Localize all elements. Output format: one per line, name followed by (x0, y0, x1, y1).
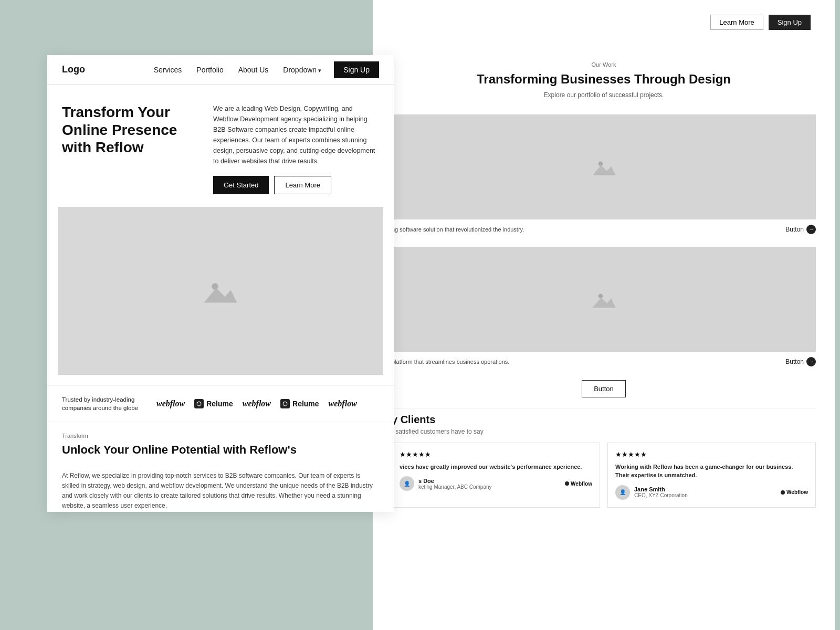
our-work-desc: Explore our portfolio of successful proj… (392, 91, 816, 99)
portfolio-btn-icon-1: → (806, 225, 816, 234)
nav-links: Services Portfolio About Us Dropdown (154, 65, 322, 75)
portfolio-text-2: platform that streamlines business opera… (392, 359, 509, 365)
svg-marker-7 (204, 288, 237, 302)
author-logo-1: Webflow (565, 481, 592, 487)
nav-item-dropdown[interactable]: Dropdown (283, 65, 321, 75)
trusted-text: Trusted by industry-leading companies ar… (62, 395, 146, 412)
placeholder-svg (202, 272, 239, 309)
author-name-2: Jane Smith (634, 486, 776, 492)
relume-icon-2 (280, 399, 290, 408)
author-name-1: s Doe (418, 478, 561, 484)
nav-signup-button[interactable]: Sign Up (334, 61, 379, 78)
hero-title: Transform Your Online Presence with Refl… (62, 103, 198, 194)
bg-content: Learn More Sign Up Our Work Transforming… (373, 0, 835, 520)
services-desc: At Reflow, we specialize in providing to… (47, 466, 394, 511)
author-role-1: keting Manager, ABC Company (418, 484, 561, 490)
transform-section: Transform Unlock Your Online Potential w… (47, 422, 394, 465)
our-work-section: Our Work Transforming Businesses Through… (392, 51, 816, 108)
testimonials-container: ★★★★★ vices have greatly improved our we… (392, 443, 816, 508)
testimonial-1: ★★★★★ vices have greatly improved our we… (392, 443, 600, 508)
trusted-logos: webflow Relume webflow Relume webflow (156, 399, 379, 408)
get-started-button[interactable]: Get Started (213, 176, 269, 194)
learn-more-button[interactable]: Learn More (710, 15, 763, 30)
author-1: 👤 s Doe keting Manager, ABC Company Webf… (400, 476, 592, 491)
trusted-section: Trusted by industry-leading companies ar… (47, 385, 394, 422)
hero-description: We are a leading Web Design, Copywriting… (213, 103, 379, 166)
clients-section: y Clients r satisfied customers have to … (392, 408, 816, 508)
hero-right: We are a leading Web Design, Copywriting… (213, 103, 379, 194)
clients-title: y Clients (392, 414, 816, 426)
portfolio-btn-icon-2: → (806, 357, 816, 366)
quote-2: Working with Reflow has been a game-chan… (615, 463, 808, 480)
bg-signup-button[interactable]: Sign Up (769, 15, 811, 30)
svg-point-1 (598, 162, 603, 166)
logo-webflow-2: webflow (243, 399, 271, 408)
hero-section: Transform Your Online Presence with Refl… (47, 85, 394, 207)
background-page: Learn More Sign Up Our Work Transforming… (373, 0, 835, 630)
clients-subtitle: r satisfied customers have to say (392, 428, 816, 435)
our-work-label: Our Work (392, 61, 816, 68)
webflow-dot-1 (565, 481, 569, 486)
svg-point-6 (212, 283, 218, 290)
nav-logo: Logo (62, 64, 85, 75)
relume-icon-1 (194, 399, 204, 408)
image-placeholder-icon-1 (590, 152, 618, 181)
image-placeholder (202, 272, 239, 309)
author-info-1: s Doe keting Manager, ABC Company (418, 478, 561, 490)
webflow-dot-2 (781, 490, 785, 495)
portfolio-button-1[interactable]: Button → (785, 225, 816, 234)
stars-1: ★★★★★ (400, 450, 592, 458)
avatar-1: 👤 (400, 476, 414, 491)
testimonial-2: ★★★★★ Working with Reflow has been a gam… (607, 443, 816, 508)
portfolio-caption-2: platform that streamlines business opera… (392, 355, 816, 373)
avatar-2: 👤 (615, 485, 630, 500)
nav-item-portfolio[interactable]: Portfolio (196, 65, 223, 75)
stars-2: ★★★★★ (615, 450, 808, 458)
transform-label: Transform (62, 433, 379, 439)
logo-relume-1: Relume (194, 399, 233, 408)
navbar: Logo Services Portfolio About Us Dropdow… (47, 55, 394, 85)
foreground-page: Logo Services Portfolio About Us Dropdow… (47, 55, 394, 512)
logo-relume-2: Relume (280, 399, 319, 408)
center-button-wrap: Button (392, 380, 816, 397)
author-logo-2: Webflow (781, 489, 808, 495)
image-placeholder-icon-2 (590, 285, 618, 313)
author-2: 👤 Jane Smith CEO, XYZ Corporation Webflo… (615, 485, 808, 500)
logo-webflow-1: webflow (156, 399, 185, 408)
author-role-2: CEO, XYZ Corporation (634, 492, 776, 498)
our-work-title: Transforming Businesses Through Design (392, 72, 816, 87)
transform-title: Unlock Your Online Potential with Reflow… (62, 443, 379, 457)
hero-image (58, 207, 383, 375)
quote-1: vices have greatly improved our website'… (400, 463, 592, 471)
portfolio-text-1: ng software solution that revolutionized… (392, 226, 524, 233)
nav-item-about[interactable]: About Us (238, 65, 269, 75)
nav-item-services[interactable]: Services (154, 65, 182, 75)
logo-webflow-3: webflow (329, 399, 357, 408)
author-info-2: Jane Smith CEO, XYZ Corporation (634, 486, 776, 498)
svg-point-4 (598, 294, 603, 299)
hero-buttons: Get Started Learn More (213, 176, 379, 194)
portfolio-image-1 (392, 114, 816, 219)
portfolio-button-2[interactable]: Button → (785, 357, 816, 366)
portfolio-image-2 (392, 247, 816, 352)
portfolio-caption-1: ng software solution that revolutionized… (392, 223, 816, 240)
bg-topnav: Learn More Sign Up (392, 13, 816, 30)
learn-more-button-fg[interactable]: Learn More (274, 176, 331, 194)
center-button[interactable]: Button (582, 380, 626, 397)
